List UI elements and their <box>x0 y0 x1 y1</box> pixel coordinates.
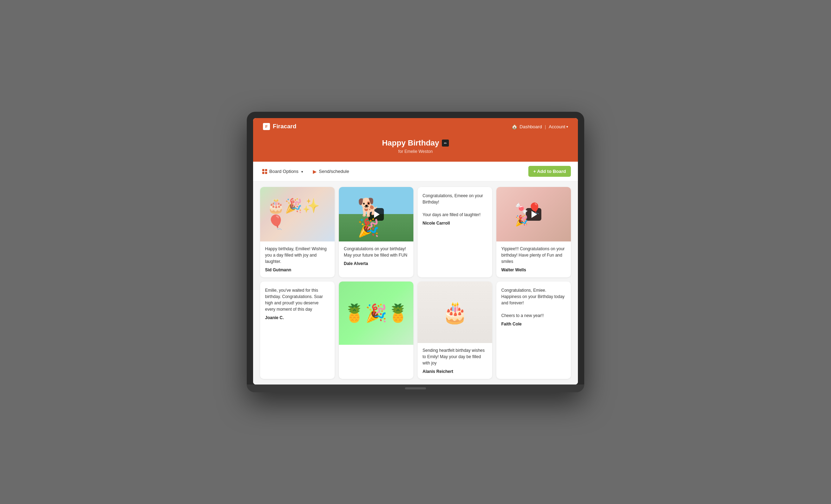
laptop-notch <box>405 387 426 389</box>
table-row: Congratulations, Emiee. Happiness on you… <box>496 282 571 379</box>
board-grid: Happy birthday, Emiliee! Wishing you a d… <box>260 187 571 379</box>
card-message: Sending heartfelt birthday wishes to Emi… <box>423 347 487 366</box>
video-overlay <box>496 187 571 241</box>
card-author: Nicole Carroll <box>423 221 487 226</box>
account-chevron-icon: ▾ <box>566 125 568 129</box>
app-logo: F Firacard <box>263 123 296 130</box>
edit-title-button[interactable]: ✏ <box>442 140 449 147</box>
board-content: Happy birthday, Emiliee! Wishing you a d… <box>253 181 578 385</box>
table-row: 🎂 Sending heartfelt birthday wishes to E… <box>418 282 492 379</box>
card-message: Happy birthday, Emiliee! Wishing you a d… <box>265 246 330 265</box>
card-image-sprinkles <box>260 187 335 241</box>
send-schedule-label: Send/schedule <box>319 169 349 174</box>
card-body: Emilie, you've waited for this birthday.… <box>260 282 335 326</box>
card-message: Congratulations, Emiee. Happiness on you… <box>501 287 566 319</box>
board-options-label: Board Options <box>269 169 298 174</box>
board-options-icon <box>262 169 267 174</box>
card-body: Happy birthday, Emiliee! Wishing you a d… <box>260 241 335 277</box>
card-video-dog <box>339 187 413 241</box>
table-row: Congratulations on your birthday! May yo… <box>339 187 413 277</box>
card-message: Emilie, you've waited for this birthday.… <box>265 287 330 312</box>
board-title: Happy Birthday ✏ <box>263 138 568 148</box>
board-subtitle: for Emelie Weston <box>263 149 568 154</box>
card-message: Yippiee!!! Congratulations on your birth… <box>501 246 566 265</box>
card-body: Congratulations, Emiee. Happiness on you… <box>496 282 571 332</box>
table-row: Happy birthday, Emiliee! Wishing you a d… <box>260 187 335 277</box>
card-body: Congratulations on your birthday! May yo… <box>339 241 413 271</box>
home-icon: 🏠 <box>511 124 517 129</box>
card-author: Walter Wells <box>501 267 566 272</box>
board-title-area: Happy Birthday ✏ for Emelie Weston <box>253 135 578 162</box>
nav-separator: | <box>545 124 546 129</box>
send-schedule-button[interactable]: ▶ Send/schedule <box>311 167 351 176</box>
header-nav: 🏠 Dashboard | Account ▾ <box>511 124 568 129</box>
logo-icon: F <box>263 123 270 130</box>
card-body: Sending heartfelt birthday wishes to Emi… <box>418 343 492 379</box>
card-author: Dale Alverta <box>344 261 408 266</box>
table-row: Congratulations, Emeee on your Birthday!… <box>418 187 492 277</box>
board-options-button[interactable]: Board Options <box>260 167 305 175</box>
logo-text: Firacard <box>273 123 296 130</box>
card-video-candy <box>496 187 571 241</box>
board-title-text: Happy Birthday <box>382 138 439 148</box>
play-button[interactable] <box>526 208 541 221</box>
play-button[interactable] <box>368 208 384 221</box>
card-author: Sid Gutmann <box>265 267 330 272</box>
card-message: Congratulations, Emeee on your Birthday!… <box>423 193 487 218</box>
add-to-board-button[interactable]: + Add to Board <box>528 166 571 177</box>
account-menu[interactable]: Account ▾ <box>549 124 568 129</box>
table-row: 🍍🎉🍍 <box>339 282 413 379</box>
send-icon: ▶ <box>313 169 317 174</box>
toolbar-left: Board Options ▶ Send/schedule <box>260 167 351 176</box>
toolbar: Board Options ▶ Send/schedule + Add to B… <box>253 162 578 181</box>
card-body: Congratulations, Emeee on your Birthday!… <box>418 187 492 231</box>
account-label: Account <box>549 124 565 129</box>
app-header: F Firacard 🏠 Dashboard | Account ▾ <box>253 118 578 135</box>
table-row: Yippiee!!! Congratulations on your birth… <box>496 187 571 277</box>
card-author: Faith Cole <box>501 322 566 327</box>
dashboard-link[interactable]: Dashboard <box>520 124 542 129</box>
card-body: Yippiee!!! Congratulations on your birth… <box>496 241 571 277</box>
add-board-label: + Add to Board <box>533 169 566 174</box>
card-author: Alanis Reichert <box>423 369 487 374</box>
board-options-chevron-icon <box>301 169 303 174</box>
card-image-pineapple: 🍍🎉🍍 <box>339 282 413 345</box>
card-message: Congratulations on your birthday! May yo… <box>344 246 408 258</box>
card-author: Joanie C. <box>265 315 330 320</box>
card-image-cake: 🎂 <box>418 282 492 343</box>
table-row: Emilie, you've waited for this birthday.… <box>260 282 335 379</box>
logo-letter: F <box>265 124 268 129</box>
video-overlay <box>339 187 413 241</box>
